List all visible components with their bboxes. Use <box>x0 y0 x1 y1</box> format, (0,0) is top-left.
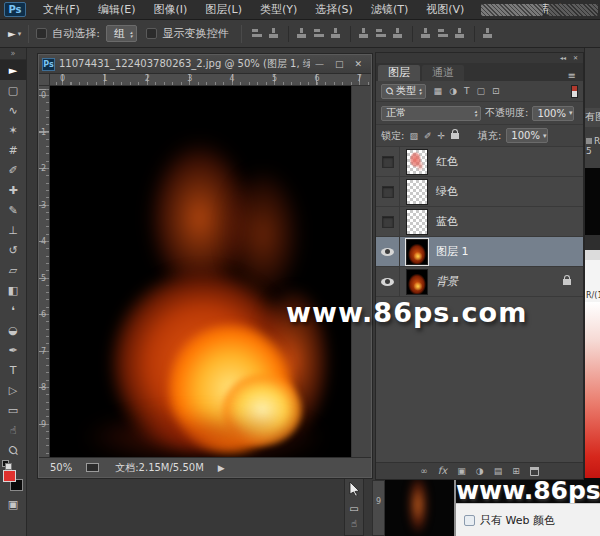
blend-mode-dropdown[interactable]: 正常 ▴▾ <box>381 106 481 121</box>
filter-smart-objects-icon[interactable]: ⊡ <box>492 86 500 96</box>
path-selection-tool[interactable]: ▷ <box>0 380 26 400</box>
add-layer-mask-icon[interactable]: ▣ <box>457 466 466 476</box>
link-layers-icon[interactable]: ∞ <box>420 466 428 476</box>
menu-item-layer[interactable]: 图层(L) <box>196 0 251 20</box>
move-tool-icon: ► <box>9 64 17 77</box>
layer-thumbnail[interactable] <box>406 239 428 265</box>
fill-dropdown[interactable]: 100% ▾ <box>506 128 548 143</box>
show-transform-checkbox[interactable] <box>146 28 157 39</box>
collapse-panel-icon[interactable]: ◂◂ <box>560 55 566 61</box>
filter-type-layers-icon[interactable]: T <box>464 86 470 96</box>
screen-mode-icon[interactable]: ▣ <box>0 494 26 514</box>
layer-row-blue[interactable]: 蓝色 <box>376 207 583 237</box>
document-canvas[interactable] <box>50 86 353 459</box>
layer-visibility-toggle[interactable] <box>376 147 400 176</box>
layer-thumbnail[interactable] <box>406 179 428 205</box>
move-tool-preset-icon[interactable]: ►▾ <box>8 28 21 39</box>
panel-menu-icon[interactable]: ≡ <box>568 70 583 81</box>
distribute-vertical-centers-icon[interactable] <box>391 27 406 40</box>
distribute-top-edges-icon[interactable] <box>374 27 389 40</box>
blur-tool[interactable]: ❛ <box>0 300 26 320</box>
hand-tool[interactable]: ☝ <box>0 420 26 440</box>
web-colors-checkbox[interactable] <box>464 515 475 526</box>
healing-brush-tool[interactable]: ✚ <box>0 180 26 200</box>
filter-kind-dropdown[interactable]: Ϙ 类型 ▴▾ <box>381 84 426 99</box>
status-menu-arrow[interactable]: ▶ <box>218 463 225 473</box>
lock-transparent-pixels-icon[interactable]: ▨ <box>409 131 418 141</box>
distribute-left-edges-icon[interactable] <box>436 27 451 40</box>
zoom-tool[interactable]: Ϙ <box>0 440 26 460</box>
align-bottom-edges-icon[interactable] <box>357 27 372 40</box>
align-right-edges-icon[interactable] <box>295 27 310 40</box>
layer-thumbnail[interactable] <box>406 269 428 295</box>
lock-position-icon[interactable]: ✛ <box>437 131 445 141</box>
collapse-toolbar-button[interactable]: » <box>0 48 26 60</box>
hand-tool-icon: ☝ <box>10 424 17 437</box>
lasso-tool[interactable]: ∿ <box>0 100 26 120</box>
menu-item-file[interactable]: 文件(F) <box>34 0 89 20</box>
lock-image-pixels-icon[interactable]: ✐ <box>424 131 432 141</box>
layer-filtering-toggle[interactable] <box>571 85 578 98</box>
type-tool[interactable]: T <box>0 360 26 380</box>
new-layer-icon[interactable]: ⊞ <box>512 466 520 476</box>
rectangular-marquee-tool[interactable]: ▢ <box>0 80 26 100</box>
layer-visibility-toggle[interactable] <box>376 177 400 206</box>
layer-thumbnail[interactable] <box>406 149 428 175</box>
minimize-button[interactable]: — <box>310 59 329 69</box>
filter-shape-layers-icon[interactable]: ▢ <box>476 86 485 96</box>
clone-stamp-tool[interactable]: ⊥ <box>0 220 26 240</box>
tab-channels[interactable]: 通道 <box>422 65 464 81</box>
auto-select-dropdown[interactable]: 组 ▴▾ <box>106 25 138 42</box>
layer-thumbnail[interactable] <box>406 209 428 235</box>
foreground-color-swatch[interactable] <box>3 470 16 482</box>
brush-tool[interactable]: ✎ <box>0 200 26 220</box>
layer-visibility-toggle[interactable] <box>376 207 400 236</box>
auto-align-layers-icon[interactable] <box>481 27 496 40</box>
filter-adjustment-layers-icon[interactable]: ◑ <box>449 86 457 96</box>
eyedropper-tool[interactable]: ✐ <box>0 160 26 180</box>
layer-row-green[interactable]: 绿色 <box>376 177 583 207</box>
align-horizontal-centers-icon[interactable] <box>267 27 282 40</box>
align-top-edges-icon[interactable] <box>312 27 327 40</box>
menu-item-view[interactable]: 视图(V) <box>417 0 473 20</box>
quick-selection-tool[interactable]: ✶ <box>0 120 26 140</box>
menu-item-filter[interactable]: 滤镜(T) <box>362 0 417 20</box>
pen-tool[interactable]: ✒ <box>0 340 26 360</box>
tab-layers[interactable]: 图层 <box>378 65 420 81</box>
close-button[interactable]: ✕ <box>349 59 367 69</box>
layer-row-red[interactable]: 红色 <box>376 147 583 177</box>
adjustment-layer-icon[interactable]: ◑ <box>476 466 484 476</box>
move-tool[interactable]: ► <box>0 60 26 80</box>
new-group-icon[interactable]: ▤ <box>494 466 503 476</box>
align-vertical-centers-icon[interactable] <box>329 27 344 40</box>
align-left-edges-icon[interactable] <box>250 27 265 40</box>
close-panel-icon[interactable]: ✕ <box>573 55 578 61</box>
layer-style-icon[interactable]: fx <box>438 466 447 476</box>
delete-layer-icon[interactable] <box>530 467 539 476</box>
lock-all-icon[interactable] <box>451 133 459 139</box>
menu-item-image[interactable]: 图像(I) <box>144 0 196 20</box>
history-brush-tool[interactable]: ↺ <box>0 240 26 260</box>
auto-select-checkbox[interactable] <box>36 28 47 39</box>
distribute-horizontal-centers-icon[interactable] <box>453 27 468 40</box>
layer-row-layer-1[interactable]: 图层 1 <box>376 237 583 267</box>
shape-tool[interactable]: ▭ <box>0 400 26 420</box>
layer-visibility-toggle[interactable] <box>376 267 400 296</box>
crop-tool[interactable]: # <box>0 140 26 160</box>
layer-visibility-toggle[interactable] <box>376 237 400 266</box>
gradient-tool[interactable]: ◧ <box>0 280 26 300</box>
maximize-button[interactable]: □ <box>330 59 349 69</box>
zoom-level-input[interactable]: 50% <box>50 462 72 473</box>
menu-item-type[interactable]: 类型(Y) <box>251 0 306 20</box>
menu-item-select[interactable]: 选择(S) <box>306 0 362 20</box>
eraser-tool[interactable]: ▱ <box>0 260 26 280</box>
layer-row-background[interactable]: 背景 <box>376 267 583 297</box>
filter-pixel-layers-icon[interactable]: ▦ <box>434 86 443 96</box>
dodge-tool[interactable]: ◒ <box>0 320 26 340</box>
document-titlebar[interactable]: Ps 11074431_122403780263_2.jpg @ 50% (图层… <box>39 55 371 74</box>
menu-item-edit[interactable]: 编辑(E) <box>89 0 145 20</box>
distribute-bottom-edges-icon[interactable] <box>419 27 434 40</box>
opacity-label: 不透明度: <box>485 106 528 120</box>
opacity-dropdown[interactable]: 100% ▾ <box>532 106 574 121</box>
default-colors-icon[interactable] <box>2 460 9 467</box>
